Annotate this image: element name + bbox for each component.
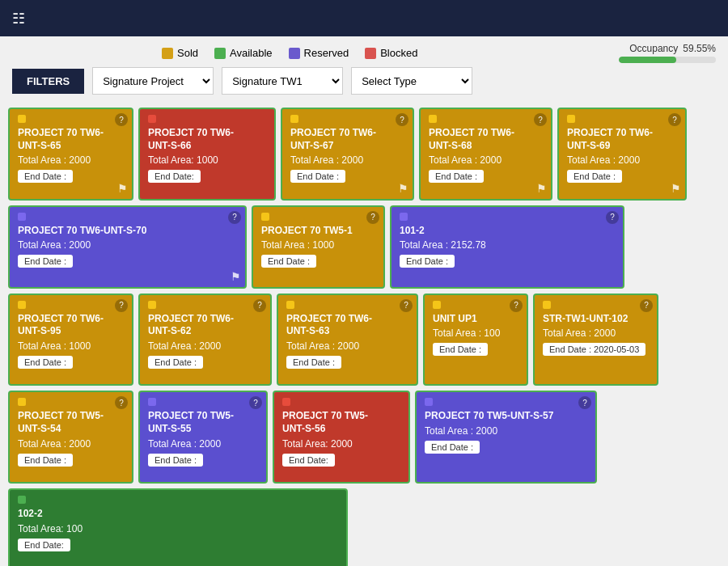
card-c7[interactable]: ?PROJECT 70 TW5-1Total Area : 1000End Da… xyxy=(252,205,385,289)
end-date-btn-c17[interactable]: End Date : xyxy=(425,441,480,454)
status-dot-c11 xyxy=(286,301,294,309)
help-icon-c12[interactable]: ? xyxy=(510,299,523,312)
end-date-btn-c15[interactable]: End Date : xyxy=(148,454,203,467)
help-icon-c10[interactable]: ? xyxy=(253,299,266,312)
end-date-btn-c13[interactable]: End Date : 2020-05-03 xyxy=(543,343,645,356)
card-c5[interactable]: ?PROJECT 70 TW6-UNT-S-69Total Area : 200… xyxy=(557,108,687,201)
end-date-btn-c11[interactable]: End Date : xyxy=(286,356,341,369)
card-c6[interactable]: ?PROJECT 70 TW6-UNT-S-70Total Area : 200… xyxy=(8,205,247,289)
card-title-c15: PROJECT 70 TW5-UNT-S-55 xyxy=(148,410,258,435)
status-dot-c6 xyxy=(18,213,26,221)
end-date-btn-c8[interactable]: End Date : xyxy=(400,255,455,268)
help-icon-c6[interactable]: ? xyxy=(228,211,241,224)
status-dot-c10 xyxy=(148,301,156,309)
status-dot-c1 xyxy=(18,115,26,123)
help-icon-c8[interactable]: ? xyxy=(606,211,619,224)
end-date-btn-c1[interactable]: End Date : xyxy=(18,170,73,183)
blocked-dot xyxy=(365,48,376,59)
status-dot-c14 xyxy=(18,398,26,406)
card-area-c18: Total Area: 100 xyxy=(18,523,338,534)
card-c14[interactable]: ?PROJECT 70 TW5-UNT-S-54Total Area : 200… xyxy=(8,391,133,484)
card-area-c8: Total Area : 2152.78 xyxy=(400,239,615,251)
card-c9[interactable]: ?PROJECT 70 TW6-UNT-S-95Total Area : 100… xyxy=(8,294,133,386)
legend-reserved: Reserved xyxy=(289,47,349,59)
reserved-label: Reserved xyxy=(304,47,349,59)
flag-icon-c6: ⚑ xyxy=(231,270,241,283)
end-date-btn-c2[interactable]: End Date: xyxy=(148,170,201,183)
occupancy-section: Occupancy 59.55% xyxy=(619,43,716,63)
legend-sold: Sold xyxy=(162,47,198,59)
card-title-c18: 102-2 xyxy=(18,508,338,521)
reserved-dot xyxy=(289,48,300,59)
grid-icon: ☷ xyxy=(12,10,27,27)
card-area-c12: Total Area : 100 xyxy=(433,327,518,339)
card-title-c4: PROJECT 70 TW6-UNT-S-68 xyxy=(429,127,543,152)
help-icon-c13[interactable]: ? xyxy=(640,299,653,312)
help-icon-c1[interactable]: ? xyxy=(115,113,128,126)
status-dot-c17 xyxy=(425,398,433,406)
unit-filter-select[interactable]: Signature TW1 xyxy=(222,67,343,95)
card-title-c9: PROJECT 70 TW6-UNT-S-95 xyxy=(18,313,124,338)
card-c17[interactable]: ?PROJECT 70 TW5-UNT-S-57Total Area : 200… xyxy=(415,391,597,484)
card-c18[interactable]: 102-2Total Area: 100End Date: xyxy=(8,488,348,566)
card-area-c7: Total Area : 1000 xyxy=(261,239,375,251)
card-c15[interactable]: ?PROJECT 70 TW5-UNT-S-55Total Area : 200… xyxy=(138,391,268,484)
end-date-btn-c3[interactable]: End Date : xyxy=(290,170,345,183)
end-date-btn-c5[interactable]: End Date : xyxy=(567,170,622,183)
card-title-c2: PROEJCT 70 TW6-UNT-S-66 xyxy=(148,127,266,152)
help-icon-c9[interactable]: ? xyxy=(115,299,128,312)
end-date-btn-c18[interactable]: End Date: xyxy=(18,539,70,551)
card-title-c10: PROJECT 70 TW6-UNT-S-62 xyxy=(148,313,262,338)
status-dot-c18 xyxy=(18,496,26,504)
flag-icon-c4: ⚑ xyxy=(536,182,547,195)
help-icon-c15[interactable]: ? xyxy=(249,396,262,409)
card-c10[interactable]: ?PROJECT 70 TW6-UNT-S-62Total Area : 200… xyxy=(138,294,272,386)
card-title-c11: PROJECT 70 TW6-UNT-S-63 xyxy=(286,313,408,338)
flag-icon-c1: ⚑ xyxy=(117,182,128,195)
card-title-c12: UNIT UP1 xyxy=(433,313,518,326)
card-area-c13: Total Area : 2000 xyxy=(543,327,649,339)
card-c12[interactable]: ?UNIT UP1Total Area : 100End Date : xyxy=(423,294,528,386)
cards-area: ?PROJECT 70 TW6-UNT-S-65Total Area : 200… xyxy=(0,101,728,566)
end-date-btn-c6[interactable]: End Date : xyxy=(18,255,73,268)
legend-row: Sold Available Reserved Blocked Occupanc… xyxy=(0,36,728,63)
card-c2[interactable]: PROEJCT 70 TW6-UNT-S-66Total Area: 1000E… xyxy=(138,108,276,201)
help-icon-c4[interactable]: ? xyxy=(534,113,547,126)
occupancy-label: Occupancy xyxy=(629,43,678,54)
project-filter-select[interactable]: Signature Project xyxy=(92,67,214,95)
end-date-btn-c4[interactable]: End Date : xyxy=(429,170,484,183)
end-date-btn-c14[interactable]: End Date : xyxy=(18,454,73,467)
status-dot-c2 xyxy=(148,115,156,123)
end-date-btn-c9[interactable]: End Date : xyxy=(18,356,73,369)
card-area-c16: Total Area: 2000 xyxy=(282,438,400,450)
status-dot-c4 xyxy=(429,115,437,123)
end-date-btn-c12[interactable]: End Date : xyxy=(433,343,488,356)
card-c1[interactable]: ?PROJECT 70 TW6-UNT-S-65Total Area : 200… xyxy=(8,108,133,201)
card-c8[interactable]: ?101-2Total Area : 2152.78End Date : xyxy=(390,205,624,289)
card-c4[interactable]: ?PROJECT 70 TW6-UNT-S-68Total Area : 200… xyxy=(419,108,552,201)
end-date-btn-c7[interactable]: End Date : xyxy=(261,255,316,268)
flag-icon-c3: ⚑ xyxy=(398,182,408,195)
card-area-c6: Total Area : 2000 xyxy=(18,239,237,251)
header-area: Sold Available Reserved Blocked Occupanc… xyxy=(0,36,728,101)
card-c3[interactable]: ?PROJECT 70 TW6-UNT-S-67Total Area : 200… xyxy=(281,108,414,201)
type-filter-select[interactable]: Select Type xyxy=(351,67,472,95)
help-icon-c3[interactable]: ? xyxy=(396,113,408,126)
card-c11[interactable]: ?PROJECT 70 TW6-UNT-S-63Total Area : 200… xyxy=(277,294,418,386)
card-area-c4: Total Area : 2000 xyxy=(429,154,543,166)
help-icon-c5[interactable]: ? xyxy=(668,113,681,126)
legend-blocked: Blocked xyxy=(365,47,417,59)
available-dot xyxy=(214,48,226,59)
status-dot-c5 xyxy=(567,115,575,123)
end-date-btn-c10[interactable]: End Date : xyxy=(148,356,203,369)
card-c16[interactable]: PROEJCT 70 TW5-UNT-S-56Total Area: 2000E… xyxy=(273,391,410,484)
help-icon-c7[interactable]: ? xyxy=(366,211,379,224)
card-title-c1: PROJECT 70 TW6-UNT-S-65 xyxy=(18,127,124,152)
filters-label: FILTERS xyxy=(12,69,84,94)
help-icon-c17[interactable]: ? xyxy=(578,396,591,409)
card-c13[interactable]: ?STR-TW1-UNT-102Total Area : 2000End Dat… xyxy=(533,294,658,386)
end-date-btn-c16[interactable]: End Date: xyxy=(282,454,335,467)
help-icon-c11[interactable]: ? xyxy=(400,299,413,312)
help-icon-c14[interactable]: ? xyxy=(115,396,128,409)
blocked-label: Blocked xyxy=(380,47,417,59)
